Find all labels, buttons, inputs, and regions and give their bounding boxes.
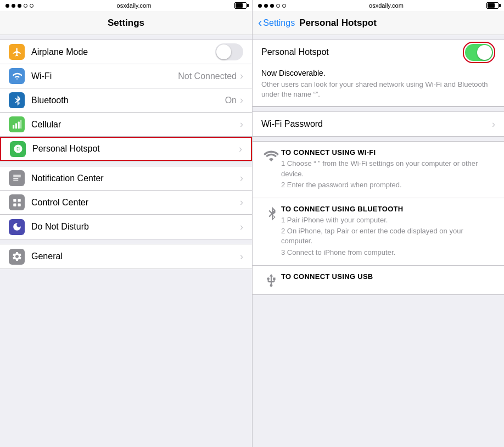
- settings-row-dnd[interactable]: Do Not Disturb ›: [0, 215, 252, 239]
- dnd-icon: [12, 222, 22, 232]
- instruction-row-wifi: TO CONNECT USING WI-FI 1 Choose “ ” from…: [253, 142, 504, 198]
- right-nav-bar: ‹ Settings Personal Hotspot: [253, 11, 504, 35]
- discoverable-sub: Other users can look for your shared net…: [261, 80, 495, 99]
- cellular-chevron: ›: [240, 119, 243, 130]
- settings-row-hotspot[interactable]: Personal Hotspot ›: [0, 137, 252, 161]
- signal-dot-r5: [282, 4, 286, 8]
- signal-dot-1: [5, 4, 9, 8]
- settings-list: Airplane Mode Wi-Fi Not Connected ›: [0, 35, 252, 447]
- svg-rect-5: [13, 199, 16, 202]
- settings-group-3: General ›: [0, 244, 252, 269]
- hotspot-toggle-knob: [477, 45, 492, 60]
- back-chevron-icon: ‹: [258, 16, 262, 30]
- wifi-icon-bg: [9, 68, 25, 84]
- instruction-bt-step3: 3 Connect to iPhone from computer.: [281, 248, 495, 258]
- signal-dot-r4: [276, 4, 280, 8]
- hotspot-icon: [13, 144, 23, 154]
- settings-group-2: Notification Center › Control Center ›: [0, 166, 252, 239]
- wifi-password-chevron: ›: [492, 119, 495, 130]
- signal-dot-4: [24, 4, 27, 8]
- back-label: Settings: [263, 18, 295, 28]
- instruction-bt-step1: 1 Pair iPhone with your computer.: [281, 215, 495, 225]
- discoverable-text: Now Discoverable. Other users can look f…: [253, 64, 504, 107]
- left-nav-title: Settings: [108, 18, 144, 29]
- hotspot-toggle-switch[interactable]: [465, 44, 493, 61]
- svg-rect-1: [15, 123, 16, 128]
- control-icon: [12, 198, 22, 208]
- hotspot-toggle-highlight: [463, 42, 495, 63]
- wifi-chevron: ›: [240, 70, 243, 82]
- signal-dot-2: [12, 4, 15, 8]
- instruction-wifi-step2: 2 Enter the password when prompted.: [281, 180, 495, 190]
- dnd-icon-bg: [9, 219, 25, 235]
- signal-dot-r1: [258, 4, 262, 8]
- control-label: Control Center: [31, 198, 240, 208]
- notification-label: Notification Center: [31, 174, 240, 183]
- wifi-password-row[interactable]: Wi-Fi Password ›: [253, 112, 504, 136]
- right-panel: osxdaily.com ‹ Settings Personal Hotspot…: [252, 0, 504, 447]
- settings-row-airplane[interactable]: Airplane Mode: [0, 40, 252, 64]
- battery-fill-right: [488, 3, 495, 8]
- settings-row-bluetooth[interactable]: Bluetooth On ›: [0, 88, 252, 113]
- bluetooth-icon-bg: [9, 92, 25, 108]
- usb-instruction-icon: [264, 273, 278, 288]
- instruction-usb-title: TO CONNECT USING USB: [281, 272, 495, 281]
- instruction-bluetooth-icon: [261, 205, 281, 221]
- wifi-label: Wi-Fi: [31, 71, 178, 81]
- settings-row-cellular[interactable]: Cellular ›: [0, 113, 252, 137]
- settings-row-wifi[interactable]: Wi-Fi Not Connected ›: [0, 64, 252, 88]
- svg-point-4: [17, 148, 19, 150]
- svg-rect-3: [20, 120, 21, 128]
- instruction-row-bluetooth: TO CONNECT USING BLUETOOTH 1 Pair iPhone…: [253, 198, 504, 266]
- bluetooth-value: On: [225, 96, 237, 105]
- left-nav-bar: Settings: [0, 11, 252, 35]
- instruction-usb-content: TO CONNECT USING USB: [281, 272, 495, 283]
- svg-rect-2: [18, 121, 19, 128]
- airplane-icon: [12, 47, 22, 57]
- control-icon-bg: [9, 194, 25, 210]
- discoverable-main: Now Discoverable.: [261, 69, 495, 77]
- notification-icon-bg: [9, 170, 25, 186]
- settings-row-general[interactable]: General ›: [0, 244, 252, 269]
- instruction-bt-step2: 2 On iPhone, tap Pair or enter the code …: [281, 226, 495, 246]
- signal-dot-3: [18, 4, 21, 8]
- wifi-instruction-icon: [264, 149, 279, 163]
- settings-row-control[interactable]: Control Center ›: [0, 191, 252, 215]
- settings-group-1: Airplane Mode Wi-Fi Not Connected ›: [0, 40, 252, 161]
- airplane-toggle[interactable]: [215, 43, 243, 60]
- right-nav-title: Personal Hotspot: [299, 18, 377, 29]
- gear-icon-bg: [9, 249, 25, 265]
- instruction-usb-icon: [261, 272, 281, 288]
- hotspot-toggle-row: Personal Hotspot: [253, 40, 504, 64]
- svg-rect-8: [18, 203, 20, 206]
- dnd-label: Do Not Disturb: [31, 222, 240, 232]
- hotspot-chevron: ›: [239, 143, 242, 155]
- dnd-chevron: ›: [240, 221, 243, 233]
- hotspot-icon-bg: [10, 141, 26, 157]
- cellular-icon: [13, 120, 21, 130]
- instructions-section: TO CONNECT USING WI-FI 1 Choose “ ” from…: [253, 141, 504, 294]
- wifi-icon: [12, 72, 22, 81]
- airplane-icon-bg: [9, 44, 25, 60]
- general-label: General: [31, 252, 240, 261]
- wifi-password-section: Wi-Fi Password ›: [253, 111, 504, 137]
- cellular-label: Cellular: [31, 120, 240, 130]
- bluetooth-label: Bluetooth: [31, 96, 225, 105]
- instruction-bluetooth-title: TO CONNECT USING BLUETOOTH: [281, 205, 495, 213]
- gear-icon: [12, 251, 23, 262]
- battery-fill-left: [236, 3, 243, 8]
- airplane-label: Airplane Mode: [31, 47, 215, 57]
- hotspot-toggle-label: Personal Hotspot: [261, 47, 463, 57]
- back-button[interactable]: ‹ Settings: [258, 16, 295, 30]
- instruction-wifi-title: TO CONNECT USING WI-FI: [281, 148, 495, 157]
- cellular-icon-bg: [9, 116, 25, 132]
- wifi-password-label: Wi-Fi Password: [261, 119, 492, 129]
- bluetooth-instruction-icon: [265, 206, 277, 221]
- instruction-wifi-content: TO CONNECT USING WI-FI 1 Choose “ ” from…: [281, 148, 495, 191]
- instruction-wifi-step1: 1 Choose “ ” from the Wi-Fi settings on …: [281, 159, 495, 178]
- svg-rect-6: [18, 199, 20, 202]
- settings-row-notification[interactable]: Notification Center ›: [0, 166, 252, 191]
- signal-dots: [5, 4, 33, 8]
- battery-icon-right: [486, 2, 499, 9]
- svg-rect-0: [13, 125, 14, 128]
